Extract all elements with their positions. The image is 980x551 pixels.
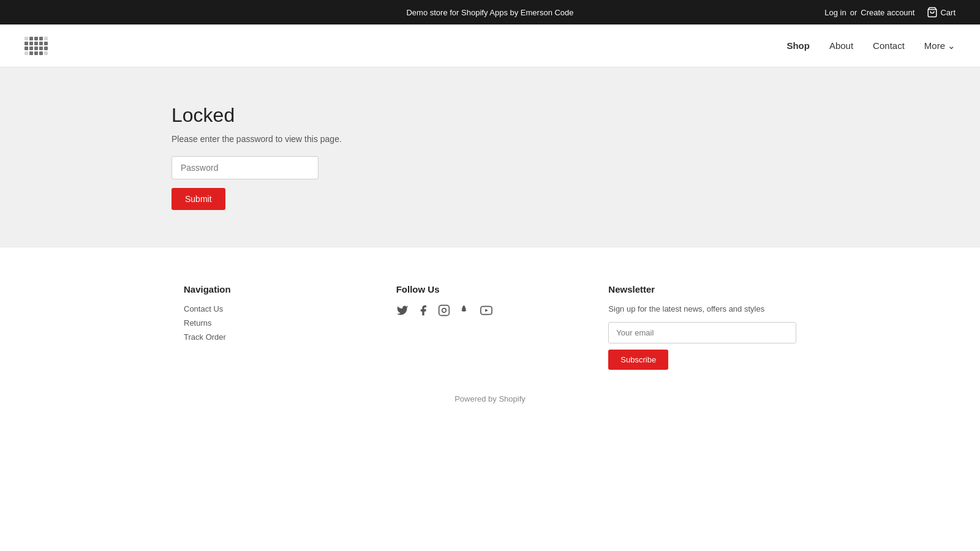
footer-nav-returns[interactable]: Returns	[184, 318, 372, 328]
instagram-icon	[438, 304, 450, 317]
svg-rect-1	[439, 305, 449, 316]
or-separator: or	[850, 8, 858, 17]
youtube-social-link[interactable]	[480, 304, 493, 317]
locked-container: Locked Please enter the password to view…	[172, 104, 342, 210]
main-nav: Shop About Contact More ⌄	[786, 40, 956, 51]
snapchat-icon	[459, 304, 471, 317]
logo-link[interactable]	[24, 37, 48, 55]
footer-newsletter: Newsletter Sign up for the latest news, …	[608, 284, 796, 370]
footer-nav-contact-us[interactable]: Contact Us	[184, 304, 372, 313]
nav-shop[interactable]: Shop	[786, 40, 810, 51]
newsletter-email-input[interactable]	[608, 322, 796, 343]
create-account-link[interactable]: Create account	[861, 8, 914, 17]
nav-contact[interactable]: Contact	[873, 40, 905, 51]
twitter-social-link[interactable]	[396, 304, 409, 317]
locked-description: Please enter the password to view this p…	[172, 134, 342, 144]
footer-follow-title: Follow Us	[396, 284, 584, 294]
facebook-icon	[417, 304, 429, 317]
header: Shop About Contact More ⌄	[0, 24, 980, 67]
social-icons	[396, 304, 584, 317]
newsletter-description: Sign up for the latest news, offers and …	[608, 304, 796, 313]
subscribe-button[interactable]: Subscribe	[608, 350, 668, 370]
login-link[interactable]: Log in	[824, 8, 846, 17]
announcement-right: Log in or Create account Cart	[824, 7, 956, 18]
announcement-bar: Demo store for Shopify Apps by Emerson C…	[0, 0, 980, 24]
cart-label: Cart	[940, 8, 956, 17]
main-content: Locked Please enter the password to view…	[0, 67, 980, 247]
chevron-down-icon: ⌄	[948, 40, 956, 51]
footer-nav-track-order[interactable]: Track Order	[184, 332, 372, 342]
logo	[24, 37, 48, 55]
footer-grid: Navigation Contact Us Returns Track Orde…	[184, 284, 796, 370]
submit-button[interactable]: Submit	[172, 188, 225, 210]
footer-bottom: Powered by Shopify	[24, 394, 956, 403]
twitter-icon	[396, 304, 409, 317]
nav-more[interactable]: More ⌄	[924, 40, 956, 51]
facebook-social-link[interactable]	[417, 304, 429, 317]
footer-nav-title: Navigation	[184, 284, 372, 294]
cart-link[interactable]: Cart	[927, 7, 956, 18]
youtube-icon	[480, 304, 493, 317]
locked-title: Locked	[172, 104, 342, 127]
password-input[interactable]	[172, 156, 318, 179]
announcement-text: Demo store for Shopify Apps by Emerson C…	[406, 8, 573, 17]
footer-newsletter-title: Newsletter	[608, 284, 796, 294]
footer-navigation: Navigation Contact Us Returns Track Orde…	[184, 284, 372, 370]
instagram-social-link[interactable]	[438, 304, 450, 317]
footer: Navigation Contact Us Returns Track Orde…	[0, 247, 980, 428]
footer-follow-us: Follow Us	[396, 284, 584, 370]
snapchat-social-link[interactable]	[459, 304, 471, 317]
cart-icon	[927, 7, 938, 18]
nav-about[interactable]: About	[829, 40, 853, 51]
powered-by: Powered by Shopify	[454, 394, 526, 403]
svg-marker-3	[485, 309, 488, 312]
